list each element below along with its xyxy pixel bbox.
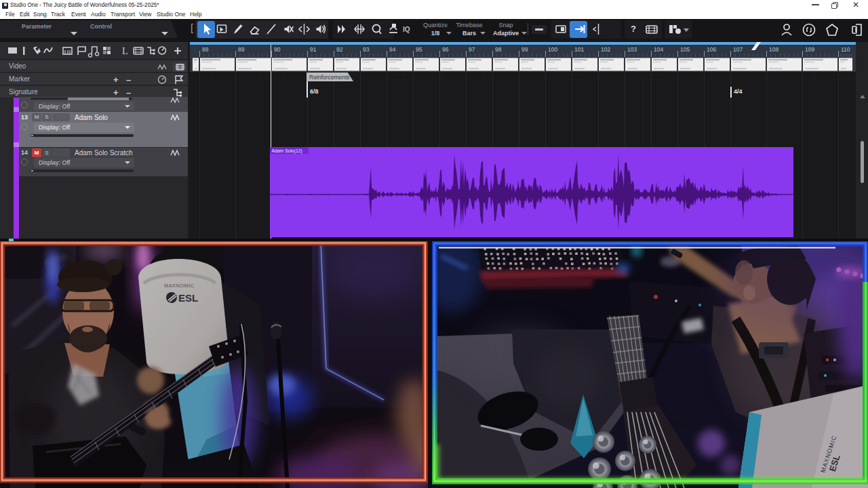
svg-text:92: 92	[336, 46, 343, 53]
svg-text:90: 90	[274, 46, 281, 53]
svg-text:101: 101	[574, 46, 584, 53]
svg-text:110: 110	[841, 46, 850, 53]
svg-text:100: 100	[548, 46, 557, 53]
svg-text:L: L	[122, 46, 128, 56]
svg-text:Adam Solo(12): Adam Solo(12)	[272, 148, 302, 154]
svg-text:91: 91	[310, 46, 317, 53]
svg-text:104: 104	[654, 46, 663, 53]
svg-text:109: 109	[805, 46, 814, 53]
svg-text:98: 98	[495, 46, 502, 53]
svg-text:88: 88	[202, 46, 209, 53]
svg-text:94: 94	[389, 46, 396, 53]
svg-text:103: 103	[627, 46, 637, 53]
svg-text:105: 105	[680, 46, 690, 53]
svg-text:93: 93	[363, 46, 370, 53]
svg-text:96: 96	[442, 46, 449, 53]
svg-text:89: 89	[238, 46, 245, 53]
svg-text:95: 95	[416, 46, 422, 53]
svg-text:106: 106	[707, 46, 716, 53]
svg-text:97: 97	[469, 46, 475, 53]
svg-text:102: 102	[601, 46, 610, 53]
svg-text:99: 99	[521, 46, 528, 53]
svg-text:107: 107	[733, 46, 743, 53]
svg-text:108: 108	[769, 46, 778, 53]
